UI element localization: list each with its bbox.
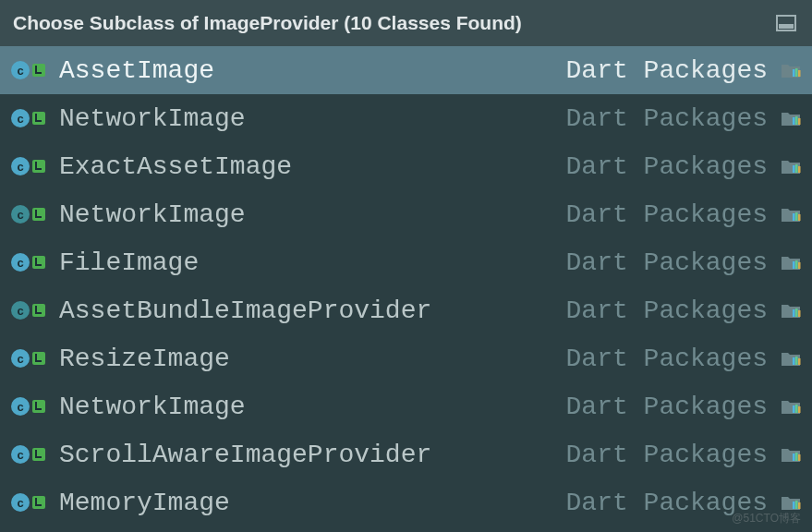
class-icon-group: c — [11, 109, 52, 127]
svg-rect-2 — [793, 69, 795, 77]
svg-rect-9 — [795, 164, 798, 173]
class-name: AssetBundleImageProvider — [59, 296, 559, 325]
class-name: NetworkImage — [59, 200, 559, 229]
subclass-marker-icon — [32, 448, 45, 461]
svg-rect-1 — [779, 24, 794, 29]
svg-rect-20 — [793, 357, 795, 365]
svg-rect-22 — [798, 358, 801, 365]
svg-rect-11 — [793, 213, 795, 221]
class-name: NetworkImage — [59, 393, 559, 421]
class-name: ResizeImage — [59, 345, 559, 373]
svg-rect-27 — [795, 453, 798, 461]
svg-rect-4 — [798, 70, 801, 77]
subclass-marker-icon — [32, 64, 45, 77]
svg-rect-14 — [793, 261, 795, 269]
open-in-tool-window-icon[interactable] — [773, 13, 799, 33]
class-icon: c — [11, 205, 30, 224]
svg-rect-3 — [795, 68, 798, 77]
class-icon-group: c — [11, 253, 52, 272]
class-location: Dart Packages — [566, 152, 768, 181]
subclass-marker-icon — [32, 160, 45, 173]
svg-rect-16 — [798, 262, 801, 269]
subclass-marker-icon — [32, 352, 45, 365]
class-icon: c — [11, 157, 30, 175]
class-name: ScrollAwareImageProvider — [59, 441, 559, 469]
list-item[interactable]: cScrollAwareImageProviderDart Packages — [0, 430, 812, 478]
class-name: MemoryImage — [59, 489, 559, 517]
titlebar-text: Choose Subclass of ImageProvider (10 Cla… — [13, 12, 522, 34]
class-location: Dart Packages — [566, 248, 768, 277]
class-location: Dart Packages — [566, 56, 768, 85]
svg-rect-23 — [793, 405, 795, 413]
svg-rect-30 — [795, 501, 798, 509]
list-item[interactable]: cAssetImageDart Packages — [0, 46, 812, 94]
titlebar: Choose Subclass of ImageProvider (10 Cla… — [0, 0, 812, 46]
library-folder-icon — [781, 254, 801, 271]
class-icon: c — [11, 493, 30, 512]
list-item[interactable]: cNetworkImageDart Packages — [0, 190, 812, 238]
library-folder-icon — [781, 62, 801, 79]
subclass-marker-icon — [32, 112, 45, 125]
svg-rect-26 — [793, 453, 795, 461]
list-item[interactable]: cExactAssetImageDart Packages — [0, 142, 812, 190]
svg-rect-18 — [795, 308, 798, 317]
svg-rect-8 — [793, 165, 795, 173]
svg-rect-25 — [798, 406, 801, 413]
svg-rect-29 — [793, 502, 795, 509]
svg-rect-12 — [795, 212, 798, 221]
svg-rect-21 — [795, 357, 798, 365]
class-name: AssetImage — [59, 56, 559, 85]
class-location: Dart Packages — [566, 200, 768, 229]
library-folder-icon — [781, 350, 801, 367]
class-icon: c — [11, 349, 30, 368]
list-item[interactable]: cMemoryImageDart Packages — [0, 478, 812, 526]
list-item[interactable]: cNetworkImageDart Packages — [0, 94, 812, 142]
class-icon-group: c — [11, 301, 52, 320]
class-name: ExactAssetImage — [59, 152, 559, 181]
subclass-marker-icon — [32, 256, 45, 269]
class-icon-group: c — [11, 205, 52, 224]
class-icon: c — [11, 253, 30, 272]
class-location: Dart Packages — [566, 393, 768, 421]
list-item[interactable]: cNetworkImageDart Packages — [0, 382, 812, 430]
class-icon: c — [11, 397, 30, 416]
class-location: Dart Packages — [566, 296, 768, 325]
class-icon: c — [11, 61, 30, 79]
library-folder-icon — [781, 302, 801, 319]
class-name: FileImage — [59, 248, 559, 277]
library-folder-icon — [781, 494, 801, 511]
class-icon-group: c — [11, 61, 52, 79]
svg-rect-28 — [798, 454, 801, 461]
svg-rect-31 — [798, 502, 801, 509]
class-icon-group: c — [11, 493, 52, 512]
class-location: Dart Packages — [566, 441, 768, 469]
class-icon-group: c — [11, 445, 52, 464]
class-icon-group: c — [11, 397, 52, 416]
svg-rect-13 — [798, 214, 801, 221]
library-folder-icon — [781, 158, 801, 175]
svg-rect-15 — [795, 260, 798, 269]
list-item[interactable]: cFileImageDart Packages — [0, 238, 812, 286]
library-folder-icon — [781, 446, 801, 463]
svg-rect-7 — [798, 118, 801, 125]
class-icon: c — [11, 445, 30, 464]
svg-rect-5 — [793, 117, 795, 125]
svg-rect-10 — [798, 166, 801, 173]
class-location: Dart Packages — [566, 345, 768, 373]
svg-rect-19 — [798, 310, 801, 317]
svg-rect-24 — [795, 405, 798, 413]
class-list: cAssetImageDart PackagescNetworkImageDar… — [0, 46, 812, 526]
library-folder-icon — [781, 206, 801, 223]
library-folder-icon — [781, 110, 801, 127]
svg-rect-17 — [793, 309, 795, 317]
class-name: NetworkImage — [59, 104, 559, 133]
list-item[interactable]: cAssetBundleImageProviderDart Packages — [0, 286, 812, 334]
subclass-marker-icon — [32, 400, 45, 413]
svg-rect-6 — [795, 116, 798, 125]
class-icon: c — [11, 109, 30, 127]
subclass-marker-icon — [32, 208, 45, 221]
list-item[interactable]: cResizeImageDart Packages — [0, 334, 812, 382]
watermark: @51CTO博客 — [732, 511, 801, 526]
class-icon: c — [11, 301, 30, 320]
class-location: Dart Packages — [566, 104, 768, 133]
